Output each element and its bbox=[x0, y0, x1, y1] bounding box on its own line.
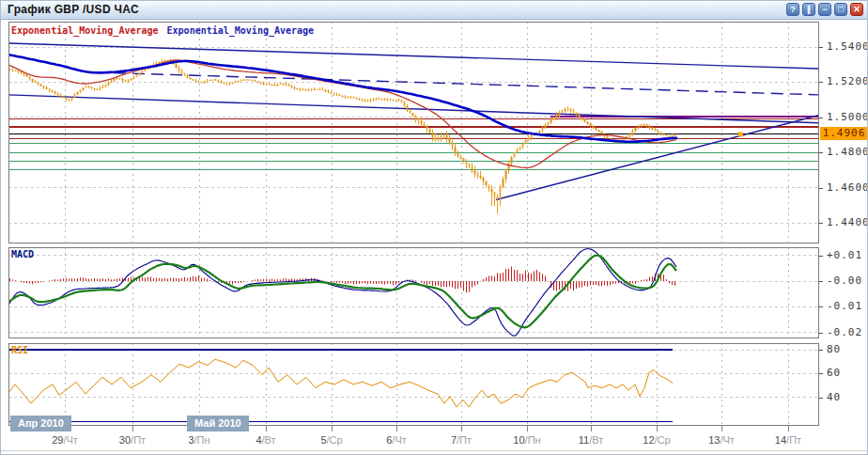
candle-body bbox=[505, 171, 507, 180]
candle-body bbox=[294, 87, 296, 88]
candle-body bbox=[187, 75, 189, 77]
rsi-panel-label: RSI bbox=[11, 345, 28, 355]
candle-body bbox=[46, 87, 48, 89]
panel-border bbox=[9, 23, 819, 243]
candle-body bbox=[486, 181, 488, 185]
candle-body bbox=[240, 80, 242, 81]
candle-body bbox=[663, 134, 665, 135]
candle-body bbox=[193, 79, 194, 80]
candle-body bbox=[556, 115, 558, 118]
date-tick-label: 13/Чт bbox=[708, 434, 735, 446]
candle-body bbox=[80, 89, 82, 91]
candle-body bbox=[246, 80, 248, 81]
candle-body bbox=[393, 100, 395, 101]
candle-body bbox=[229, 84, 231, 85]
candle-body bbox=[593, 126, 595, 128]
candle-body bbox=[607, 136, 609, 138]
candle-body bbox=[108, 83, 110, 85]
candle-body bbox=[60, 95, 62, 96]
candle-body bbox=[238, 81, 240, 82]
candle-body bbox=[590, 124, 592, 126]
candle-body bbox=[477, 174, 479, 176]
candle-body bbox=[305, 90, 307, 91]
candle-body bbox=[455, 148, 457, 153]
candle-body bbox=[12, 70, 14, 71]
rsi-line bbox=[8, 359, 673, 407]
candle-body bbox=[649, 126, 651, 128]
chart-canvas[interactable] bbox=[1, 1, 868, 455]
candle-body bbox=[528, 137, 530, 140]
candle-body bbox=[302, 89, 304, 90]
candle-body bbox=[314, 89, 316, 90]
candle-body bbox=[125, 81, 127, 82]
candle-body bbox=[641, 124, 643, 125]
candle-body bbox=[548, 122, 550, 125]
candle-body bbox=[410, 110, 411, 113]
candle-body bbox=[300, 89, 302, 90]
date-tick-label: 4/Вт bbox=[256, 434, 275, 446]
candle-body bbox=[336, 94, 338, 95]
candle-body bbox=[466, 162, 468, 165]
candle-body bbox=[579, 115, 581, 117]
candle-body bbox=[429, 129, 431, 133]
candle-body bbox=[207, 81, 209, 82]
candle-body bbox=[114, 78, 116, 80]
candle-body bbox=[446, 135, 448, 138]
candle-body bbox=[280, 84, 282, 85]
macd-tick-label: -0.02 bbox=[827, 326, 862, 338]
candle-body bbox=[581, 118, 583, 119]
candle-body bbox=[449, 138, 451, 142]
date-tick-label: 12/Ср bbox=[643, 434, 670, 446]
date-tick-label: 7/Пт bbox=[451, 434, 472, 446]
candle-body bbox=[212, 80, 214, 81]
candle-body bbox=[559, 113, 561, 115]
candle-body bbox=[178, 68, 180, 71]
candle-body bbox=[542, 128, 544, 131]
candle-body bbox=[342, 96, 344, 97]
candle-body bbox=[570, 109, 572, 111]
candle-body bbox=[328, 91, 330, 92]
candle-body bbox=[565, 109, 566, 111]
candle-body bbox=[395, 100, 397, 101]
candle-body bbox=[18, 71, 20, 71]
candle-body bbox=[519, 148, 521, 150]
candle-body bbox=[672, 135, 674, 136]
candle-body bbox=[71, 98, 73, 100]
candle-body bbox=[283, 84, 285, 85]
candle-body bbox=[88, 86, 90, 87]
candle-body bbox=[412, 113, 414, 116]
candle-body bbox=[522, 144, 524, 148]
candle-body bbox=[255, 81, 256, 82]
candle-body bbox=[85, 86, 87, 87]
candle-body bbox=[531, 135, 533, 137]
candle-body bbox=[63, 96, 65, 97]
legend-ema-slow: Exponential_Moving_Average bbox=[167, 25, 315, 36]
candle-body bbox=[376, 99, 378, 100]
candle-body bbox=[209, 80, 211, 81]
candle-body bbox=[136, 75, 138, 77]
candle-body bbox=[457, 152, 459, 156]
date-tick-label: 3/Пн bbox=[188, 434, 209, 446]
candle-body bbox=[119, 78, 121, 79]
candle-body bbox=[221, 82, 223, 83]
candle-body bbox=[381, 99, 383, 100]
candle-body bbox=[553, 118, 555, 120]
candle-body bbox=[190, 78, 192, 80]
date-tick-label: 5/Ср bbox=[320, 434, 342, 446]
candle-body bbox=[632, 131, 634, 133]
macd-tick-label: -0.00 bbox=[827, 275, 862, 287]
candle-body bbox=[311, 89, 313, 90]
macd-signal-line bbox=[8, 256, 676, 328]
candle-body bbox=[432, 133, 434, 137]
candle-body bbox=[184, 73, 186, 75]
macd-main-line bbox=[8, 249, 676, 336]
legend-ema-fast: Exponential_Moving_Average bbox=[11, 25, 159, 36]
candle-body bbox=[353, 98, 355, 99]
candle-body bbox=[629, 134, 631, 137]
candle-body bbox=[646, 125, 648, 127]
candle-body bbox=[83, 87, 85, 89]
month-badge: Апр 2010 bbox=[10, 416, 71, 431]
candle-body bbox=[162, 61, 163, 62]
candle-body bbox=[271, 85, 273, 86]
date-tick-label: 14/Пт bbox=[775, 434, 801, 446]
